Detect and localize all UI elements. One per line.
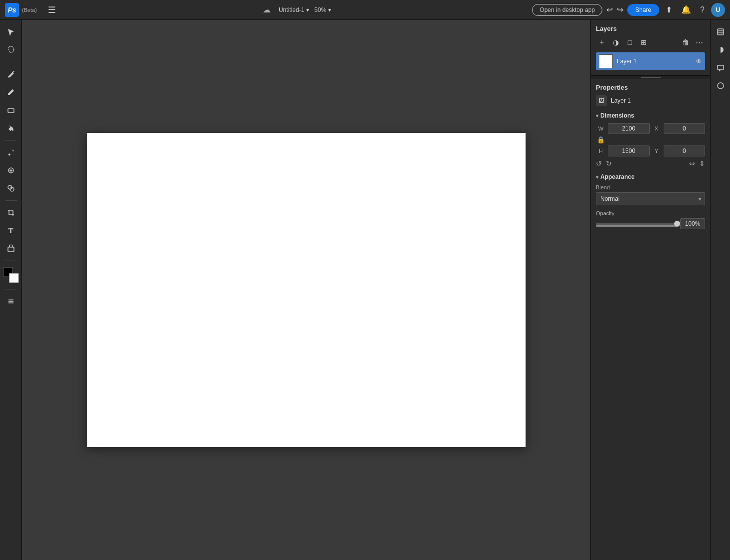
- topbar-right: Open in desktop app ↩ ↪ Share ⬆ 🔔 ? U: [532, 3, 725, 17]
- clone-tool[interactable]: [3, 180, 19, 196]
- dimensions-grid: W X 🔒 H Y: [596, 123, 705, 156]
- appearance-chevron-icon: ▾: [596, 174, 598, 180]
- svg-point-11: [718, 83, 724, 89]
- comments-panel-toggle-button[interactable]: [713, 60, 729, 76]
- help-icon-button[interactable]: ?: [698, 4, 707, 15]
- arrange-tool[interactable]: [3, 293, 19, 309]
- eraser-tool[interactable]: [3, 102, 19, 118]
- tool-separator-5: [5, 289, 17, 289]
- opacity-row: [596, 218, 705, 229]
- brush-tool[interactable]: [3, 66, 19, 82]
- transform-actions: ↺ ↻ ⇔ ⇕: [596, 159, 705, 167]
- layers-panel-title: Layers: [596, 25, 705, 32]
- layers-panel: Layers ＋ ◑ □ ⊞ 🗑 ··· Layer 1 👁: [591, 20, 710, 76]
- opacity-label: Opacity: [596, 210, 705, 216]
- file-name-button[interactable]: Untitled-1 ▾: [279, 6, 309, 13]
- zoom-chevron-icon: ▾: [328, 6, 331, 13]
- open-in-desktop-button[interactable]: Open in desktop app: [532, 4, 602, 16]
- ps-logo: Ps: [5, 3, 19, 17]
- link-layers-button[interactable]: ⊞: [638, 36, 650, 48]
- eyedropper-tool[interactable]: [3, 144, 19, 160]
- redo-button[interactable]: ↪: [617, 5, 623, 14]
- svg-rect-8: [718, 29, 724, 35]
- right-panel: Layers ＋ ◑ □ ⊞ 🗑 ··· Layer 1 👁 Propertie…: [590, 20, 710, 560]
- opacity-fill: [596, 225, 677, 227]
- file-name-label: Untitled-1: [279, 6, 304, 13]
- add-mask-button[interactable]: ◑: [610, 36, 622, 48]
- height-label: H: [596, 148, 606, 154]
- y-input[interactable]: [664, 145, 706, 156]
- add-layer-button[interactable]: ＋: [596, 36, 608, 48]
- height-input[interactable]: [608, 145, 650, 156]
- undo-button[interactable]: ↩: [606, 5, 613, 14]
- file-chevron-icon: ▾: [306, 6, 309, 13]
- hamburger-menu-button[interactable]: ☰: [45, 3, 59, 16]
- cloud-sync-icon: ☁: [260, 3, 274, 17]
- beta-label: (Beta): [22, 7, 37, 13]
- x-label: X: [652, 126, 662, 132]
- divider-handle: [641, 77, 661, 78]
- lock-icon-container: 🔒: [596, 136, 606, 143]
- layer-name: Layer 1: [617, 58, 692, 65]
- dimensions-section: ▾ Dimensions W X 🔒 H Y: [596, 112, 705, 167]
- color-swatches[interactable]: [3, 267, 19, 283]
- lasso-tool[interactable]: [3, 42, 19, 58]
- share-button[interactable]: Share: [627, 4, 659, 16]
- appearance-section: ▾ Appearance Blend Normal Dissolve Multi…: [596, 173, 705, 229]
- blend-select-wrapper: Normal Dissolve Multiply Screen Overlay …: [596, 192, 705, 205]
- canvas-area[interactable]: [22, 20, 590, 560]
- layer-item[interactable]: Layer 1 👁: [596, 52, 705, 70]
- delete-layer-button[interactable]: 🗑: [680, 36, 692, 48]
- logo-area: Ps (Beta): [5, 3, 37, 17]
- opacity-slider[interactable]: [596, 223, 677, 225]
- flip-horizontal-button[interactable]: ⇔: [689, 159, 695, 167]
- flip-vertical-button[interactable]: ⇕: [699, 159, 705, 167]
- width-label: W: [596, 126, 606, 132]
- layer-thumbnail: [599, 54, 613, 68]
- zoom-button[interactable]: 50% ▾: [314, 6, 331, 13]
- prop-layer-name: Layer 1: [611, 97, 631, 104]
- dimensions-section-header[interactable]: ▾ Dimensions: [596, 112, 705, 119]
- tool-separator-4: [5, 261, 17, 261]
- prop-layer-icon: 🖼: [596, 95, 607, 106]
- topbar-center: ☁ Untitled-1 ▾ 50% ▾: [260, 3, 331, 17]
- avatar[interactable]: U: [711, 3, 725, 17]
- width-input[interactable]: [608, 123, 650, 134]
- healing-tool[interactable]: [3, 162, 19, 178]
- left-toolbar: T: [0, 20, 22, 560]
- tool-separator: [5, 62, 17, 62]
- notification-icon-button[interactable]: 🔔: [679, 4, 694, 15]
- shape-tool[interactable]: [3, 241, 19, 257]
- rotate-right-button[interactable]: ↻: [606, 159, 612, 167]
- appearance-title: Appearance: [600, 173, 635, 180]
- tool-separator-3: [5, 200, 17, 201]
- layers-panel-toggle-button[interactable]: [713, 24, 729, 40]
- crop-tool[interactable]: [3, 205, 19, 221]
- properties-panel: Properties 🖼 Layer 1 ▾ Dimensions W X 🔒: [591, 79, 710, 560]
- pencil-tool[interactable]: [3, 84, 19, 100]
- blend-mode-select[interactable]: Normal Dissolve Multiply Screen Overlay …: [596, 192, 705, 205]
- top-bar: Ps (Beta) ☰ ☁ Untitled-1 ▾ 50% ▾ Open in…: [0, 0, 730, 20]
- appearance-section-header[interactable]: ▾ Appearance: [596, 173, 705, 180]
- rotate-left-button[interactable]: ↺: [596, 159, 602, 167]
- background-color-swatch[interactable]: [9, 273, 19, 283]
- export-icon-button[interactable]: ⬆: [663, 4, 675, 15]
- layers-more-button[interactable]: ···: [694, 37, 705, 48]
- right-icon-bar: [710, 20, 730, 560]
- main-layout: T Layers ＋ ◑ □ ⊞ 🗑: [0, 20, 730, 560]
- type-tool[interactable]: T: [3, 223, 19, 239]
- adjustments-panel-toggle-button[interactable]: [713, 42, 729, 58]
- select-tool[interactable]: [3, 24, 19, 40]
- info-panel-toggle-button[interactable]: [713, 78, 729, 94]
- layer-visibility-button[interactable]: 👁: [696, 58, 702, 65]
- y-label: Y: [652, 148, 662, 154]
- add-adjustment-button[interactable]: □: [624, 36, 636, 48]
- lock-icon: 🔒: [597, 136, 605, 143]
- canvas-document: [87, 133, 526, 447]
- dimensions-chevron-icon: ▾: [596, 113, 598, 119]
- x-input[interactable]: [664, 123, 706, 134]
- opacity-thumb[interactable]: [674, 221, 680, 227]
- paint-bucket-tool[interactable]: [3, 120, 19, 136]
- svg-rect-0: [8, 109, 14, 113]
- opacity-input[interactable]: [680, 218, 705, 229]
